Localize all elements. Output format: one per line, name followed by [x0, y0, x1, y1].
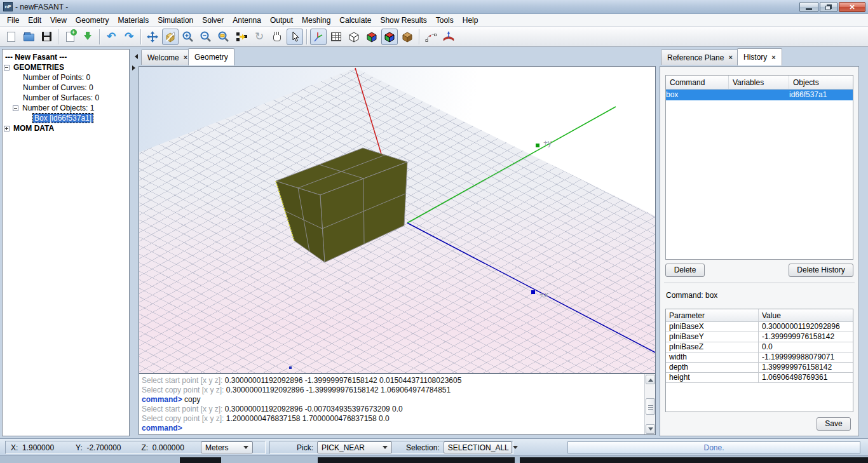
pan-view-button[interactable]	[269, 29, 285, 45]
view-shaded-edges-button[interactable]	[381, 29, 398, 45]
tree-curves[interactable]: Number of Curves: 0	[22, 83, 128, 93]
tab-close-icon[interactable]: ×	[771, 54, 775, 61]
zoom-out-icon	[200, 30, 212, 43]
new-file-button[interactable]	[3, 29, 19, 45]
save-button[interactable]: Save	[817, 417, 851, 431]
select-pointer-button[interactable]	[287, 29, 303, 45]
col-objects[interactable]: Objects	[789, 76, 853, 89]
tab-geometry[interactable]: Geometry	[188, 48, 234, 65]
save-file-button[interactable]	[38, 29, 55, 45]
new-geometry-button[interactable]: +	[62, 29, 78, 45]
tree-geometries[interactable]: GEOMETRIES	[4, 62, 128, 72]
scroll-down-button[interactable]	[646, 424, 655, 434]
tree-mom-data[interactable]: MOM DATA	[4, 123, 128, 133]
menu-antenna[interactable]: Antenna	[228, 14, 266, 27]
param-row[interactable]: height1.06906498769361	[666, 373, 853, 383]
process-view-button[interactable]	[233, 29, 250, 45]
view-wireframe-button[interactable]	[346, 29, 362, 45]
menu-output[interactable]: Output	[266, 14, 297, 27]
toolbar-separator	[58, 29, 58, 44]
rotate-view-button[interactable]: ↻	[251, 29, 268, 45]
selection-dropdown[interactable]: SELECTION_ALL	[444, 441, 512, 453]
redo-button[interactable]: ↷	[121, 29, 137, 45]
command-console[interactable]: Select start point [x y z]: 0.3000000119…	[139, 373, 656, 435]
tree-objects[interactable]: Number of Objects: 1	[13, 103, 128, 113]
tab-welcome[interactable]: Welcome ×	[141, 50, 194, 65]
zoom-out-button[interactable]	[198, 29, 214, 45]
wireframe-cube-icon	[348, 30, 360, 43]
expand-icon[interactable]	[4, 126, 10, 131]
delete-button[interactable]: Delete	[665, 264, 705, 277]
menu-help[interactable]: Help	[458, 14, 483, 27]
close-button[interactable]: ✕	[839, 2, 865, 12]
menu-file[interactable]: File	[3, 14, 24, 27]
import-button[interactable]	[79, 29, 96, 45]
undo-button[interactable]: ↶	[103, 29, 119, 45]
toggle-grid-button[interactable]	[328, 29, 344, 45]
tab-history[interactable]: History ×	[737, 48, 782, 65]
collapse-icon[interactable]	[13, 105, 18, 111]
zoom-in-button[interactable]	[180, 29, 196, 45]
tree-points[interactable]: Number of Points: 0	[22, 72, 128, 83]
view-solid-button[interactable]	[399, 29, 416, 45]
menu-solver[interactable]: Solver	[198, 14, 228, 27]
col-variables[interactable]: Variables	[729, 76, 789, 89]
panel-splitter[interactable]	[130, 49, 137, 436]
menu-geometry[interactable]: Geometry	[71, 14, 114, 27]
orbit-view-button[interactable]	[162, 29, 179, 45]
collapse-right-icon[interactable]	[132, 65, 138, 70]
menu-view[interactable]: View	[46, 14, 71, 27]
toggle-axes-button[interactable]	[310, 29, 327, 45]
save-icon	[42, 32, 51, 41]
history-panel: Command Variables Objects box id66f537a1…	[660, 66, 859, 436]
tab-close-icon[interactable]: ×	[728, 54, 732, 61]
col-parameter[interactable]: Parameter	[666, 309, 759, 321]
reference-plane-tool-button[interactable]	[440, 29, 457, 45]
delete-history-button[interactable]: Delete History	[789, 264, 853, 277]
restore-icon	[825, 6, 831, 10]
box-object[interactable]	[276, 148, 407, 262]
zoom-fit-button[interactable]	[144, 29, 161, 45]
param-row[interactable]: depth1.399999976158142	[666, 363, 853, 373]
curve-tool-button[interactable]	[423, 29, 439, 45]
col-command[interactable]: Command	[666, 76, 729, 89]
col-value[interactable]: Value	[759, 309, 853, 321]
history-table[interactable]: Command Variables Objects box id66f537a1	[665, 75, 853, 260]
tab-reference-plane[interactable]: Reference Plane ×	[661, 50, 739, 65]
tab-close-icon[interactable]: ×	[184, 54, 187, 61]
menu-simulation[interactable]: Simulation	[153, 14, 198, 27]
menu-edit[interactable]: Edit	[24, 14, 46, 27]
history-row-selected[interactable]: box id66f537a1	[666, 90, 853, 100]
menu-calculate[interactable]: Calculate	[335, 14, 376, 27]
project-tree: --- New Fasant --- GEOMETRIES Number of …	[2, 49, 130, 436]
zoom-window-button[interactable]	[215, 29, 232, 45]
toolbar-separator	[306, 29, 307, 44]
collapse-left-icon[interactable]	[132, 54, 138, 59]
param-row[interactable]: pIniBaseY-1.399999976158142	[666, 332, 853, 342]
menu-show-results[interactable]: Show Results	[376, 14, 431, 27]
param-row[interactable]: pIniBaseZ0.0	[666, 342, 853, 352]
viewport-3d[interactable]: +y +x	[139, 66, 656, 373]
console-scrollbar[interactable]	[644, 374, 655, 434]
scroll-up-button[interactable]	[646, 375, 655, 384]
parameter-table[interactable]: Parameter Value pIniBaseX0.3000000119209…	[665, 309, 853, 412]
minimize-button[interactable]	[799, 2, 818, 12]
view-shaded-button[interactable]	[363, 29, 380, 45]
rotate-icon: ↻	[255, 31, 264, 42]
units-dropdown[interactable]: Meters	[201, 441, 253, 453]
axes-icon	[312, 30, 325, 43]
scrollbar-thumb[interactable]	[646, 398, 655, 415]
menu-tools[interactable]: Tools	[431, 14, 458, 27]
restore-button[interactable]	[820, 2, 837, 12]
menu-meshing[interactable]: Meshing	[297, 14, 335, 27]
tree-surfaces[interactable]: Number of Surfaces: 0	[22, 93, 128, 103]
menu-materials[interactable]: Materials	[114, 14, 154, 27]
console-line: command>	[142, 424, 644, 433]
param-row[interactable]: pIniBaseX0.30000001192092896	[666, 322, 853, 332]
tree-root[interactable]: --- New Fasant ---	[4, 52, 128, 62]
tree-box-item[interactable]: Box [id66f537a1]	[33, 113, 128, 123]
open-file-button[interactable]	[20, 29, 37, 45]
collapse-icon[interactable]	[4, 65, 10, 70]
pick-dropdown[interactable]: PICK_NEAR	[317, 441, 392, 453]
param-row[interactable]: width-1.199999988079071	[666, 352, 853, 363]
